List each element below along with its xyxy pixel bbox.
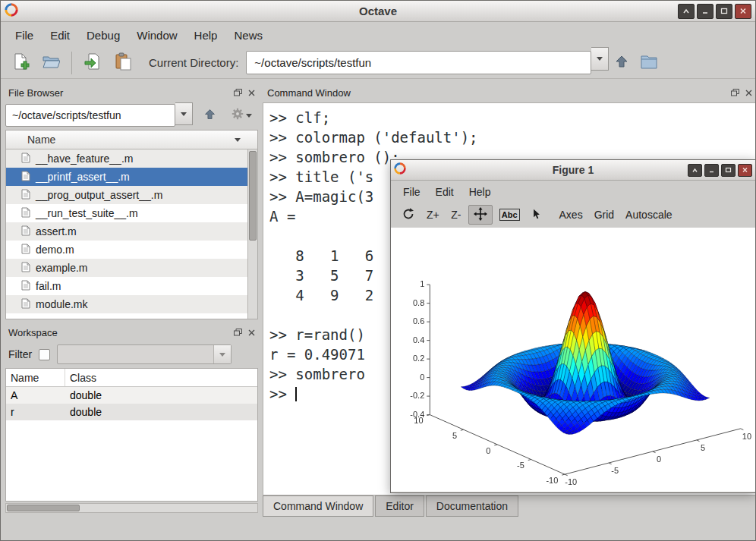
file-browser-panel: File Browser ~/octave/scripts/testfun bbox=[4, 84, 260, 321]
column-header-name[interactable]: Name bbox=[6, 369, 65, 386]
file-browser-title: File Browser bbox=[8, 87, 63, 99]
horizontal-splitter[interactable] bbox=[4, 321, 260, 324]
path-dropdown-button[interactable] bbox=[175, 102, 193, 125]
window-title: Octave bbox=[1, 5, 755, 17]
file-list-item[interactable]: assert.m bbox=[6, 222, 247, 241]
sort-dropdown-icon[interactable] bbox=[235, 138, 241, 142]
maximize-button[interactable] bbox=[721, 164, 736, 177]
grid-button[interactable]: Grid bbox=[590, 205, 619, 225]
tab-documentation[interactable]: Documentation bbox=[426, 495, 518, 517]
minimize-button[interactable] bbox=[697, 4, 713, 19]
current-directory-combo[interactable]: ~/octave/scripts/testfun bbox=[246, 51, 591, 74]
close-panel-icon[interactable] bbox=[745, 87, 752, 99]
shade-button[interactable] bbox=[678, 4, 695, 19]
menu-window[interactable]: Window bbox=[128, 25, 185, 46]
figure-plot-canvas[interactable] bbox=[391, 228, 755, 492]
menu-news[interactable]: News bbox=[225, 25, 271, 46]
pan-tool-button[interactable] bbox=[468, 205, 493, 225]
file-list-item[interactable]: module.mk bbox=[6, 295, 247, 313]
file-browser-header: File Browser bbox=[4, 84, 260, 101]
text-annotation-button[interactable]: Abc bbox=[495, 205, 524, 225]
new-document-icon bbox=[11, 52, 30, 74]
menu-debug[interactable]: Debug bbox=[78, 25, 128, 46]
file-list-item[interactable]: __run_test_suite__.m bbox=[6, 204, 247, 222]
undock-icon[interactable] bbox=[731, 87, 739, 99]
file-list-item[interactable]: demo.m bbox=[6, 241, 247, 259]
rotate-tool-button[interactable] bbox=[397, 205, 420, 225]
zoom-out-button[interactable]: Z- bbox=[446, 205, 466, 225]
horizontal-scrollbar[interactable] bbox=[5, 503, 258, 513]
file-list-item-selected[interactable]: __printf_assert__.m bbox=[6, 168, 247, 186]
file-list-item[interactable]: __prog_output_assert__.m bbox=[6, 186, 247, 204]
column-header-name: Name bbox=[27, 134, 55, 146]
current-directory-value: ~/octave/scripts/testfun bbox=[247, 56, 591, 69]
directory-up-button[interactable] bbox=[609, 49, 635, 77]
load-workspace-button[interactable] bbox=[77, 49, 108, 77]
maximize-button[interactable] bbox=[716, 4, 732, 19]
file-name: fail.m bbox=[36, 280, 61, 292]
chevron-down-icon bbox=[246, 114, 252, 118]
undock-icon[interactable] bbox=[234, 327, 242, 338]
variable-class: double bbox=[65, 406, 102, 418]
tab-editor[interactable]: Editor bbox=[375, 495, 424, 517]
directory-dropdown-button[interactable] bbox=[591, 47, 609, 71]
scrollbar-thumb[interactable] bbox=[7, 505, 80, 511]
titlebar[interactable]: Octave bbox=[1, 1, 755, 22]
close-button[interactable] bbox=[738, 164, 752, 177]
undock-icon[interactable] bbox=[234, 87, 242, 99]
file-name: module.mk bbox=[36, 298, 87, 310]
autoscale-button[interactable]: Autoscale bbox=[621, 205, 676, 225]
figure-titlebar[interactable]: Figure 1 bbox=[391, 160, 755, 181]
column-header-class[interactable]: Class bbox=[65, 369, 96, 386]
filter-combo[interactable] bbox=[57, 344, 232, 364]
file-browser-path-combo[interactable]: ~/octave/scripts/testfun bbox=[5, 104, 175, 127]
file-name: example.m bbox=[36, 262, 87, 274]
folder-up-button[interactable] bbox=[197, 105, 222, 126]
scrollbar-thumb[interactable] bbox=[249, 151, 257, 241]
file-icon bbox=[21, 262, 30, 275]
pan-icon bbox=[474, 207, 487, 223]
file-icon bbox=[21, 225, 30, 238]
figure-menu-file[interactable]: File bbox=[395, 183, 428, 201]
new-script-button[interactable] bbox=[5, 49, 36, 77]
figure-menubar: File Edit Help bbox=[391, 181, 498, 202]
minimize-button[interactable] bbox=[704, 164, 719, 177]
menu-edit[interactable]: Edit bbox=[42, 25, 78, 46]
settings-button[interactable] bbox=[226, 105, 257, 126]
file-icon bbox=[21, 298, 30, 311]
file-name: __printf_assert__.m bbox=[36, 171, 130, 183]
file-list-item[interactable]: example.m bbox=[6, 259, 247, 277]
filter-checkbox[interactable] bbox=[39, 349, 50, 360]
shade-button[interactable] bbox=[688, 164, 702, 177]
workspace-panel: Workspace Filter Name Class A double bbox=[4, 324, 260, 514]
filter-dropdown-button[interactable] bbox=[213, 345, 231, 363]
open-file-button[interactable] bbox=[36, 49, 66, 77]
table-row[interactable]: A double bbox=[6, 387, 257, 404]
variable-name: r bbox=[6, 406, 65, 418]
figure-menu-edit[interactable]: Edit bbox=[428, 183, 461, 201]
close-button[interactable] bbox=[735, 4, 751, 19]
select-tool-button[interactable] bbox=[527, 205, 547, 225]
vertical-scrollbar[interactable] bbox=[247, 149, 257, 319]
browse-directory-button[interactable] bbox=[635, 49, 663, 77]
filter-label: Filter bbox=[8, 348, 32, 360]
file-list-item[interactable]: __have_feature__.m bbox=[6, 149, 247, 168]
figure-menu-help[interactable]: Help bbox=[461, 183, 499, 201]
toolbar-separator bbox=[71, 52, 72, 74]
file-list-item[interactable]: fail.m bbox=[6, 277, 247, 295]
file-icon bbox=[21, 153, 30, 165]
menu-help[interactable]: Help bbox=[186, 25, 226, 46]
folder-icon bbox=[640, 53, 658, 73]
file-name: assert.m bbox=[36, 225, 77, 237]
variable-name: A bbox=[6, 389, 65, 401]
paste-button[interactable] bbox=[108, 49, 138, 77]
tab-command-window[interactable]: Command Window bbox=[263, 495, 373, 517]
axes-button[interactable]: Axes bbox=[555, 205, 587, 225]
menu-file[interactable]: File bbox=[7, 25, 42, 46]
close-panel-icon[interactable] bbox=[248, 327, 255, 338]
zoom-in-button[interactable]: Z+ bbox=[422, 205, 444, 225]
clipboard-icon bbox=[114, 52, 132, 74]
table-row[interactable]: r double bbox=[6, 404, 257, 420]
file-list-column-header[interactable]: Name bbox=[6, 131, 257, 149]
close-panel-icon[interactable] bbox=[248, 87, 255, 99]
